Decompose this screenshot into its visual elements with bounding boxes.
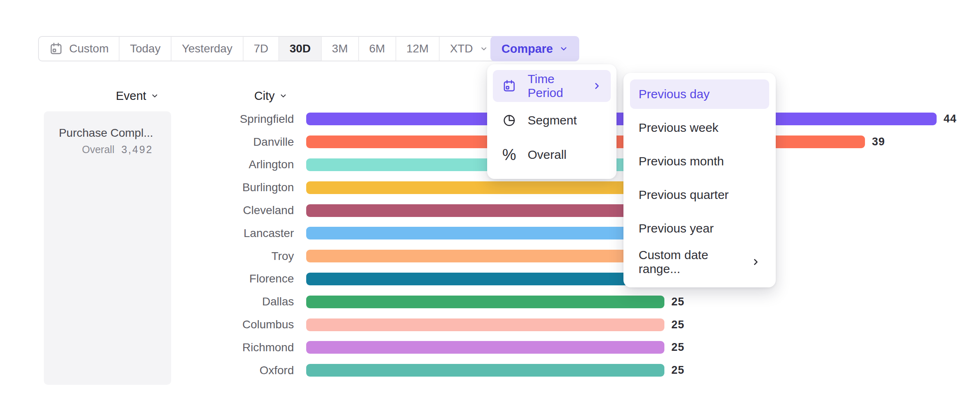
chevron-down-icon [559,44,568,53]
bar-oxford[interactable] [306,364,664,377]
submenu-item-previous-day[interactable]: Previous day [630,79,769,109]
bar-dallas[interactable] [306,296,664,308]
range-option-custom[interactable]: Custom [39,37,119,61]
bar-value-label: 25 [671,318,684,331]
submenu-item-previous-year[interactable]: Previous year [630,214,769,243]
menu-item-time-period[interactable]: Time Period [493,70,611,102]
submenu-item-previous-month[interactable]: Previous month [630,147,769,176]
percent-icon: % [502,147,517,162]
range-option-xtd[interactable]: XTD [439,37,498,61]
range-option-today[interactable]: Today [119,37,171,61]
range-option-label: Custom [69,42,108,55]
menu-item-label: Time Period [528,72,581,100]
chevron-down-icon [480,45,488,53]
range-option-label: 7D [254,42,269,55]
bar-value-label: 25 [671,341,684,354]
range-option-label: Today [130,42,160,55]
submenu-item-custom-date-range[interactable]: Custom date range... [630,247,769,277]
submenu-item-previous-week[interactable]: Previous week [630,113,769,142]
compare-button[interactable]: Compare [490,36,579,61]
menu-item-label: Overall [528,148,567,162]
event-overall-row: Overall3,492 [52,144,153,156]
analytics-report-view: CustomTodayYesterday7D30D3M6M12MXTD Comp… [0,0,980,411]
city-column-header[interactable]: City [254,89,287,103]
calendar-icon [49,42,63,56]
chevron-right-icon [751,257,761,267]
bar-value-label: 39 [872,135,885,148]
time-period-submenu: Previous dayPrevious weekPrevious monthP… [623,73,776,287]
bar-springfield[interactable] [306,113,937,125]
range-option-12m[interactable]: 12M [395,37,439,61]
range-option-3m[interactable]: 3M [321,37,358,61]
compare-dropdown-menu: Time PeriodSegment%Overall [487,64,616,179]
submenu-item-previous-quarter[interactable]: Previous quarter [630,180,769,210]
chevron-right-icon [592,81,602,91]
range-option-label: 30D [289,42,310,55]
bar-richmond[interactable] [306,341,664,354]
overall-value: 3,492 [121,144,153,155]
range-option-label: Yesterday [182,42,233,55]
range-option-label: 6M [369,42,385,55]
bar-columbus[interactable] [306,318,664,331]
range-option-label: 12M [406,42,429,55]
bar-value-label: 25 [671,296,684,308]
submenu-item-label: Custom date range... [639,248,751,276]
submenu-item-label: Previous day [639,87,709,101]
overall-label: Overall [82,144,114,155]
bar-value-label: 44 [944,113,957,125]
compare-button-label: Compare [501,42,553,56]
range-option-label: 3M [332,42,348,55]
submenu-item-label: Previous week [639,121,718,135]
menu-item-segment[interactable]: Segment [493,104,611,136]
menu-item-label: Segment [528,113,577,127]
submenu-item-label: Previous month [639,154,724,168]
city-column-label: City [254,89,275,103]
range-option-30d[interactable]: 30D [278,37,321,61]
range-option-label: XTD [450,42,473,55]
event-column-header[interactable]: Event [116,89,159,103]
chevron-down-icon [151,92,159,100]
bar-value-label: 25 [671,364,684,377]
date-range-segmented-control: CustomTodayYesterday7D30D3M6M12MXTD [38,36,499,61]
range-option-6m[interactable]: 6M [358,37,395,61]
pie-icon [502,113,517,128]
chevron-down-icon [279,92,287,100]
range-option-7d[interactable]: 7D [243,37,279,61]
menu-item-overall[interactable]: %Overall [493,139,611,171]
submenu-item-label: Previous year [639,221,714,235]
event-column-label: Event [116,89,146,103]
submenu-item-label: Previous quarter [639,188,729,202]
event-card[interactable]: Purchase Compl... Overall3,492 [44,111,171,385]
event-name: Purchase Compl... [52,126,153,140]
range-option-yesterday[interactable]: Yesterday [171,37,243,61]
calendar-icon [502,79,517,93]
